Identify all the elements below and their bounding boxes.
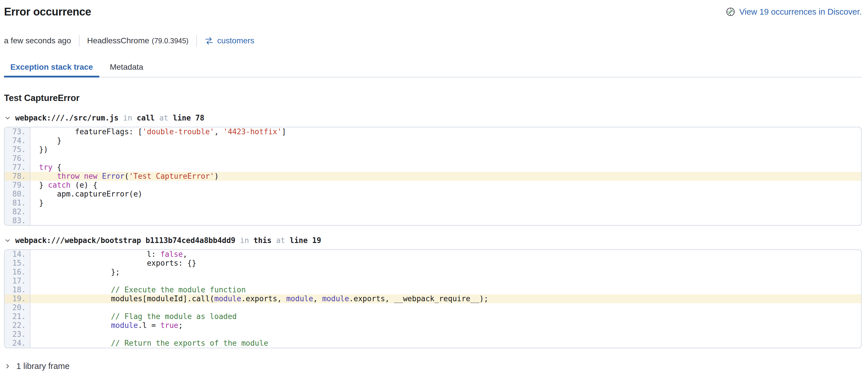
line-number: 14.: [5, 250, 30, 259]
code-line: 81.}: [5, 198, 861, 207]
frame-function: call: [136, 114, 155, 122]
code-text: [30, 303, 861, 312]
code-line: 78. throw new Error('Test CaptureError'): [5, 172, 861, 181]
tab-bar: Exception stack trace Metadata: [4, 59, 862, 77]
line-number: 23.: [5, 330, 30, 339]
frame-in-word: in: [123, 114, 132, 122]
frame-in-word: in: [240, 236, 249, 245]
line-number: 80.: [5, 190, 30, 198]
code-line: 77.try {: [5, 163, 861, 172]
code-line: 24. // Return the exports of the module: [5, 339, 861, 348]
code-text: [30, 154, 861, 163]
line-number: 18.: [5, 285, 30, 294]
frame-at-word: at: [276, 236, 285, 245]
browser-version: (79.0.3945): [152, 37, 189, 45]
merge-arrows-icon: [205, 36, 214, 45]
code-text: [30, 216, 861, 225]
code-line: 20.: [5, 303, 861, 312]
frame-file: webpack:///./src/rum.js: [15, 114, 119, 122]
frame-line-label: line 78: [173, 114, 205, 122]
service-link-label: customers: [217, 36, 254, 45]
code-text: } catch (e) {: [30, 181, 861, 190]
code-line: 82.: [5, 207, 861, 216]
code-text: [30, 330, 861, 339]
code-line: 14. l: false,: [5, 250, 861, 259]
code-line: 15. exports: {}: [5, 259, 861, 268]
code-line: 73. featureFlags: ['double-trouble', '44…: [5, 127, 861, 136]
code-line: 79.} catch (e) {: [5, 181, 861, 190]
code-text: [30, 277, 861, 285]
code-text: // Flag the module as loaded: [30, 312, 861, 321]
code-text: modules[moduleId].call(module.exports, m…: [30, 294, 861, 303]
line-number: 19.: [5, 294, 30, 303]
code-text: }): [30, 145, 861, 154]
timestamp: a few seconds ago: [4, 36, 71, 45]
code-text: }: [30, 136, 861, 145]
code-line: 75.}): [5, 145, 861, 154]
library-frames-toggle[interactable]: 1 library frame: [4, 361, 862, 371]
code-text: featureFlags: ['double-trouble', '4423-h…: [30, 127, 861, 136]
stack-frame-header[interactable]: webpack:///./src/rum.js in call at line …: [4, 114, 862, 122]
divider: [196, 35, 197, 46]
page-title: Error occurrence: [4, 6, 91, 18]
service-link[interactable]: customers: [205, 36, 254, 45]
code-text: apm.captureError(e): [30, 190, 861, 198]
stack-frame-header[interactable]: webpack:///webpack/bootstrap b1113b74ced…: [4, 236, 862, 245]
line-number: 78.: [5, 172, 30, 181]
chevron-down-icon: [4, 237, 11, 244]
code-text: // Execute the module function: [30, 285, 861, 294]
discover-link-label: View 19 occurrences in Discover.: [739, 7, 862, 17]
code-line: 22. module.l = true;: [5, 321, 861, 330]
line-number: 16.: [5, 268, 30, 277]
line-number: 17.: [5, 277, 30, 285]
code-line: 76.: [5, 154, 861, 163]
code-line: 21. // Flag the module as loaded: [5, 312, 861, 321]
exception-title: Test CaptureError: [4, 93, 862, 103]
error-occurrence-page: Error occurrence View 19 occurrences in …: [0, 0, 868, 385]
line-number: 81.: [5, 198, 30, 207]
discover-compass-icon: [725, 7, 735, 17]
code-line: 83.: [5, 216, 861, 225]
code-line: 17.: [5, 277, 861, 285]
code-line: 18. // Execute the module function: [5, 285, 861, 294]
code-text: }: [30, 198, 861, 207]
line-number: 83.: [5, 216, 30, 225]
divider: [79, 35, 80, 46]
library-frames-label: 1 library frame: [17, 361, 69, 371]
code-text: l: false,: [30, 250, 861, 259]
code-text: exports: {}: [30, 259, 861, 268]
code-text: throw new Error('Test CaptureError'): [30, 172, 861, 181]
code-line: 16. };: [5, 268, 861, 277]
code-block: 73. featureFlags: ['double-trouble', '44…: [4, 127, 862, 226]
line-number: 15.: [5, 259, 30, 268]
frame-file: webpack:///webpack/bootstrap b1113b74ced…: [15, 236, 236, 245]
code-text: [30, 207, 861, 216]
chevron-right-icon: [4, 363, 11, 370]
line-number: 75.: [5, 145, 30, 154]
tab-metadata[interactable]: Metadata: [103, 59, 150, 77]
view-in-discover-link[interactable]: View 19 occurrences in Discover.: [725, 7, 862, 17]
code-text: // Return the exports of the module: [30, 339, 861, 348]
chevron-down-icon: [4, 115, 11, 122]
code-line: 80. apm.captureError(e): [5, 190, 861, 198]
frame-function: this: [253, 236, 272, 245]
line-number: 20.: [5, 303, 30, 312]
line-number: 21.: [5, 312, 30, 321]
frame-at-word: at: [159, 114, 168, 122]
code-text: };: [30, 268, 861, 277]
code-line: 74. }: [5, 136, 861, 145]
code-text: try {: [30, 163, 861, 172]
page-header: Error occurrence View 19 occurrences in …: [4, 5, 862, 19]
line-number: 79.: [5, 181, 30, 190]
line-number: 24.: [5, 339, 30, 348]
line-number: 74.: [5, 136, 30, 145]
code-line: 23.: [5, 330, 861, 339]
line-number: 22.: [5, 321, 30, 330]
line-number: 77.: [5, 163, 30, 172]
code-block: 14. l: false,15. exports: {}16. };17.18.…: [4, 249, 862, 348]
occurrence-meta: a few seconds ago HeadlessChrome (79.0.3…: [4, 34, 862, 47]
frame-line-label: line 19: [290, 236, 321, 245]
line-number: 73.: [5, 127, 30, 136]
line-number: 76.: [5, 154, 30, 163]
tab-exception-stack-trace[interactable]: Exception stack trace: [4, 59, 99, 77]
